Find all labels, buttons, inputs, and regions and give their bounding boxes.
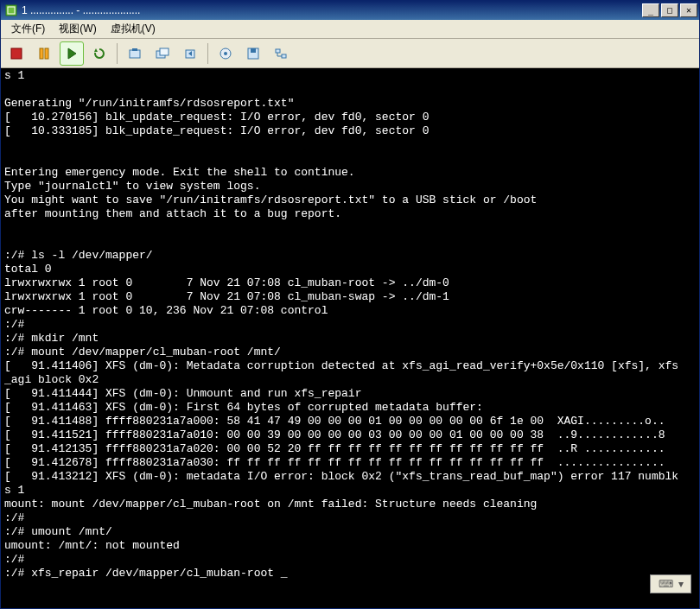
svg-rect-17 xyxy=(282,54,286,58)
svg-rect-7 xyxy=(130,50,140,58)
input-grab-indicator[interactable]: ⌨ ▾ xyxy=(650,574,691,593)
revert-snapshot-button[interactable] xyxy=(178,41,202,66)
window-title: 1 ............... - .................... xyxy=(22,4,642,16)
menu-vm[interactable]: 虚拟机(V) xyxy=(104,20,162,38)
menu-view[interactable]: 视图(W) xyxy=(52,20,103,38)
titlebar-button-group: _ □ ✕ xyxy=(642,3,697,17)
vm-console-window: 1 ............... - ....................… xyxy=(0,0,700,609)
reset-button[interactable] xyxy=(87,41,111,66)
snapshot-manager-button[interactable] xyxy=(150,41,175,66)
menubar: 文件(F) 视图(W) 虚拟机(V) xyxy=(1,20,699,39)
pause-button[interactable] xyxy=(32,41,56,66)
dropdown-arrow-icon: ▾ xyxy=(678,578,684,590)
svg-marker-6 xyxy=(94,48,98,52)
keyboard-icon: ⌨ xyxy=(659,578,673,590)
titlebar[interactable]: 1 ............... - ....................… xyxy=(1,1,699,20)
svg-rect-16 xyxy=(276,49,280,53)
svg-rect-10 xyxy=(160,48,169,55)
menu-file[interactable]: 文件(F) xyxy=(4,20,52,38)
floppy-button[interactable] xyxy=(241,41,265,66)
maximize-button[interactable]: □ xyxy=(661,3,678,17)
toolbar-separator xyxy=(207,43,208,64)
play-button[interactable] xyxy=(60,41,84,66)
app-icon xyxy=(4,3,18,17)
toolbar xyxy=(1,39,699,68)
toolbar-separator xyxy=(117,43,118,64)
close-button[interactable]: ✕ xyxy=(680,3,697,17)
console-output[interactable]: s 1 Generating "/run/initramfs/rdsosrepo… xyxy=(1,68,699,608)
snapshot-button[interactable] xyxy=(123,41,147,66)
svg-rect-2 xyxy=(11,48,22,59)
stop-button[interactable] xyxy=(4,41,29,66)
svg-rect-8 xyxy=(132,48,137,51)
svg-marker-5 xyxy=(68,48,76,59)
svg-rect-4 xyxy=(45,48,48,59)
svg-rect-3 xyxy=(40,48,43,59)
svg-point-13 xyxy=(224,52,227,55)
svg-rect-15 xyxy=(251,48,256,53)
network-button[interactable] xyxy=(269,41,293,66)
cd-dvd-button[interactable] xyxy=(213,41,238,66)
minimize-button[interactable]: _ xyxy=(642,3,659,17)
